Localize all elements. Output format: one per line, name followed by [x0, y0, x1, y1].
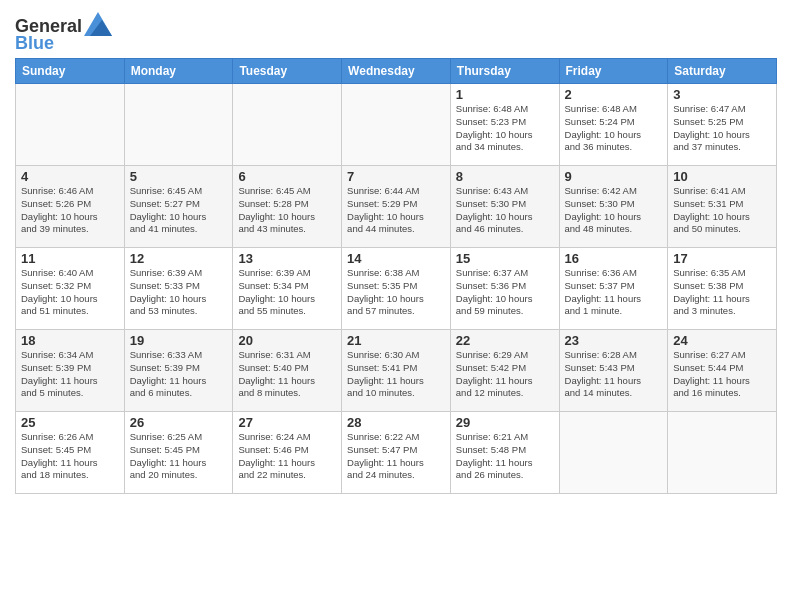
calendar-cell [559, 412, 668, 494]
day-number: 13 [238, 251, 336, 266]
day-number: 20 [238, 333, 336, 348]
day-number: 2 [565, 87, 663, 102]
logo-icon [84, 12, 112, 36]
day-info: Sunrise: 6:44 AMSunset: 5:29 PMDaylight:… [347, 185, 445, 236]
day-info: Sunrise: 6:36 AMSunset: 5:37 PMDaylight:… [565, 267, 663, 318]
day-info: Sunrise: 6:41 AMSunset: 5:31 PMDaylight:… [673, 185, 771, 236]
day-info: Sunrise: 6:34 AMSunset: 5:39 PMDaylight:… [21, 349, 119, 400]
day-number: 19 [130, 333, 228, 348]
calendar-cell: 20Sunrise: 6:31 AMSunset: 5:40 PMDayligh… [233, 330, 342, 412]
calendar-cell: 2Sunrise: 6:48 AMSunset: 5:24 PMDaylight… [559, 84, 668, 166]
week-row-4: 18Sunrise: 6:34 AMSunset: 5:39 PMDayligh… [16, 330, 777, 412]
week-row-2: 4Sunrise: 6:46 AMSunset: 5:26 PMDaylight… [16, 166, 777, 248]
day-number: 5 [130, 169, 228, 184]
day-number: 17 [673, 251, 771, 266]
day-number: 29 [456, 415, 554, 430]
header: General Blue [15, 10, 777, 52]
day-number: 4 [21, 169, 119, 184]
day-number: 12 [130, 251, 228, 266]
day-info: Sunrise: 6:45 AMSunset: 5:28 PMDaylight:… [238, 185, 336, 236]
day-info: Sunrise: 6:25 AMSunset: 5:45 PMDaylight:… [130, 431, 228, 482]
calendar-cell: 3Sunrise: 6:47 AMSunset: 5:25 PMDaylight… [668, 84, 777, 166]
calendar-cell: 21Sunrise: 6:30 AMSunset: 5:41 PMDayligh… [342, 330, 451, 412]
calendar-cell: 6Sunrise: 6:45 AMSunset: 5:28 PMDaylight… [233, 166, 342, 248]
weekday-monday: Monday [124, 59, 233, 84]
calendar-cell: 29Sunrise: 6:21 AMSunset: 5:48 PMDayligh… [450, 412, 559, 494]
day-number: 11 [21, 251, 119, 266]
calendar-cell: 25Sunrise: 6:26 AMSunset: 5:45 PMDayligh… [16, 412, 125, 494]
weekday-sunday: Sunday [16, 59, 125, 84]
calendar-cell: 13Sunrise: 6:39 AMSunset: 5:34 PMDayligh… [233, 248, 342, 330]
day-info: Sunrise: 6:37 AMSunset: 5:36 PMDaylight:… [456, 267, 554, 318]
day-info: Sunrise: 6:43 AMSunset: 5:30 PMDaylight:… [456, 185, 554, 236]
page: General Blue SundayMondayTuesdayWednesda… [0, 0, 792, 612]
calendar-cell: 26Sunrise: 6:25 AMSunset: 5:45 PMDayligh… [124, 412, 233, 494]
calendar-cell: 4Sunrise: 6:46 AMSunset: 5:26 PMDaylight… [16, 166, 125, 248]
weekday-thursday: Thursday [450, 59, 559, 84]
calendar-cell: 7Sunrise: 6:44 AMSunset: 5:29 PMDaylight… [342, 166, 451, 248]
calendar-cell: 8Sunrise: 6:43 AMSunset: 5:30 PMDaylight… [450, 166, 559, 248]
day-info: Sunrise: 6:46 AMSunset: 5:26 PMDaylight:… [21, 185, 119, 236]
day-number: 18 [21, 333, 119, 348]
calendar-cell: 12Sunrise: 6:39 AMSunset: 5:33 PMDayligh… [124, 248, 233, 330]
day-number: 25 [21, 415, 119, 430]
day-number: 8 [456, 169, 554, 184]
logo: General Blue [15, 14, 112, 52]
day-number: 22 [456, 333, 554, 348]
day-info: Sunrise: 6:35 AMSunset: 5:38 PMDaylight:… [673, 267, 771, 318]
calendar-cell: 15Sunrise: 6:37 AMSunset: 5:36 PMDayligh… [450, 248, 559, 330]
calendar-cell [124, 84, 233, 166]
calendar-cell: 9Sunrise: 6:42 AMSunset: 5:30 PMDaylight… [559, 166, 668, 248]
week-row-1: 1Sunrise: 6:48 AMSunset: 5:23 PMDaylight… [16, 84, 777, 166]
day-info: Sunrise: 6:21 AMSunset: 5:48 PMDaylight:… [456, 431, 554, 482]
day-info: Sunrise: 6:47 AMSunset: 5:25 PMDaylight:… [673, 103, 771, 154]
day-number: 3 [673, 87, 771, 102]
day-info: Sunrise: 6:22 AMSunset: 5:47 PMDaylight:… [347, 431, 445, 482]
calendar-cell [668, 412, 777, 494]
calendar-cell [342, 84, 451, 166]
day-info: Sunrise: 6:24 AMSunset: 5:46 PMDaylight:… [238, 431, 336, 482]
day-number: 1 [456, 87, 554, 102]
calendar-cell: 17Sunrise: 6:35 AMSunset: 5:38 PMDayligh… [668, 248, 777, 330]
day-number: 16 [565, 251, 663, 266]
day-number: 15 [456, 251, 554, 266]
day-info: Sunrise: 6:38 AMSunset: 5:35 PMDaylight:… [347, 267, 445, 318]
week-row-3: 11Sunrise: 6:40 AMSunset: 5:32 PMDayligh… [16, 248, 777, 330]
day-number: 27 [238, 415, 336, 430]
calendar-cell [16, 84, 125, 166]
calendar-cell: 14Sunrise: 6:38 AMSunset: 5:35 PMDayligh… [342, 248, 451, 330]
day-info: Sunrise: 6:26 AMSunset: 5:45 PMDaylight:… [21, 431, 119, 482]
day-number: 23 [565, 333, 663, 348]
calendar-cell: 5Sunrise: 6:45 AMSunset: 5:27 PMDaylight… [124, 166, 233, 248]
weekday-tuesday: Tuesday [233, 59, 342, 84]
calendar-cell: 11Sunrise: 6:40 AMSunset: 5:32 PMDayligh… [16, 248, 125, 330]
weekday-saturday: Saturday [668, 59, 777, 84]
weekday-wednesday: Wednesday [342, 59, 451, 84]
day-info: Sunrise: 6:48 AMSunset: 5:24 PMDaylight:… [565, 103, 663, 154]
calendar-cell: 27Sunrise: 6:24 AMSunset: 5:46 PMDayligh… [233, 412, 342, 494]
day-number: 7 [347, 169, 445, 184]
calendar: SundayMondayTuesdayWednesdayThursdayFrid… [15, 58, 777, 494]
calendar-cell: 19Sunrise: 6:33 AMSunset: 5:39 PMDayligh… [124, 330, 233, 412]
calendar-cell [233, 84, 342, 166]
day-info: Sunrise: 6:48 AMSunset: 5:23 PMDaylight:… [456, 103, 554, 154]
day-info: Sunrise: 6:39 AMSunset: 5:33 PMDaylight:… [130, 267, 228, 318]
day-info: Sunrise: 6:29 AMSunset: 5:42 PMDaylight:… [456, 349, 554, 400]
week-row-5: 25Sunrise: 6:26 AMSunset: 5:45 PMDayligh… [16, 412, 777, 494]
day-info: Sunrise: 6:27 AMSunset: 5:44 PMDaylight:… [673, 349, 771, 400]
day-info: Sunrise: 6:42 AMSunset: 5:30 PMDaylight:… [565, 185, 663, 236]
calendar-cell: 18Sunrise: 6:34 AMSunset: 5:39 PMDayligh… [16, 330, 125, 412]
calendar-cell: 28Sunrise: 6:22 AMSunset: 5:47 PMDayligh… [342, 412, 451, 494]
day-info: Sunrise: 6:30 AMSunset: 5:41 PMDaylight:… [347, 349, 445, 400]
day-info: Sunrise: 6:28 AMSunset: 5:43 PMDaylight:… [565, 349, 663, 400]
day-number: 26 [130, 415, 228, 430]
day-number: 28 [347, 415, 445, 430]
day-info: Sunrise: 6:33 AMSunset: 5:39 PMDaylight:… [130, 349, 228, 400]
calendar-cell: 16Sunrise: 6:36 AMSunset: 5:37 PMDayligh… [559, 248, 668, 330]
calendar-cell: 24Sunrise: 6:27 AMSunset: 5:44 PMDayligh… [668, 330, 777, 412]
day-number: 10 [673, 169, 771, 184]
day-info: Sunrise: 6:31 AMSunset: 5:40 PMDaylight:… [238, 349, 336, 400]
weekday-friday: Friday [559, 59, 668, 84]
day-number: 6 [238, 169, 336, 184]
day-info: Sunrise: 6:40 AMSunset: 5:32 PMDaylight:… [21, 267, 119, 318]
